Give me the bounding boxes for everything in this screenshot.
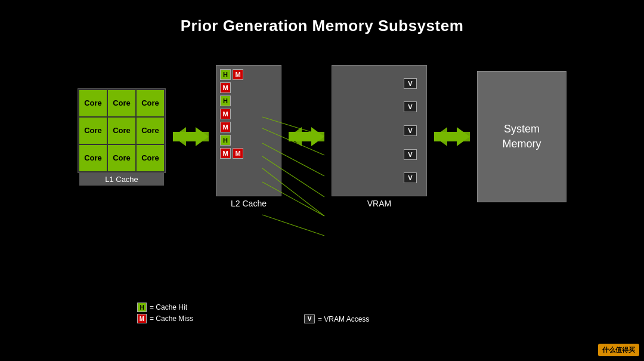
vram-access-badge: V bbox=[404, 101, 417, 112]
l2-outer: H M M H M M H M bbox=[216, 65, 281, 208]
svg-marker-1 bbox=[173, 127, 209, 146]
vram-access-badge: V bbox=[404, 149, 417, 160]
legend-row-h: H = Cache Hit bbox=[137, 303, 193, 312]
legend-m-label: = Cache Miss bbox=[150, 314, 193, 323]
cache-miss-badge: M bbox=[220, 148, 231, 159]
arrow-l1-l2 bbox=[173, 126, 209, 147]
cache-miss-badge: M bbox=[220, 122, 231, 132]
cache-hit-badge: H bbox=[220, 95, 231, 106]
l2-legend: H = Cache Hit M = Cache Miss bbox=[137, 303, 193, 325]
vram-block: V V V V V bbox=[332, 65, 427, 196]
arrow-l2-vram bbox=[289, 126, 324, 147]
core-grid: Core Core Core Core Core Core Core Core … bbox=[78, 88, 166, 173]
l2-row: H bbox=[220, 95, 231, 106]
page-title: Prior Generation Memory Subsystem bbox=[0, 0, 644, 35]
l1-label: L1 Cache bbox=[79, 173, 164, 186]
l2-row: M bbox=[220, 82, 231, 93]
core-cell: Core bbox=[79, 90, 107, 116]
vram-outer: V V V V V VRAM bbox=[332, 65, 427, 208]
l2-row: H bbox=[220, 135, 231, 146]
l2-row: M bbox=[220, 122, 231, 132]
vram-legend: V = VRAM Access bbox=[304, 314, 369, 325]
vram-label: VRAM bbox=[367, 199, 391, 208]
core-cell: Core bbox=[137, 145, 164, 171]
core-cell: Core bbox=[108, 90, 135, 116]
svg-marker-3 bbox=[289, 127, 324, 146]
vram-access-badge: V bbox=[404, 78, 417, 89]
arrow-vram-sysmem bbox=[434, 126, 470, 147]
legend-h-label: = Cache Hit bbox=[150, 303, 187, 311]
legend-v-badge: V bbox=[304, 314, 315, 323]
core-cell: Core bbox=[137, 90, 164, 116]
cache-miss-badge: M bbox=[233, 69, 243, 80]
legend-m-badge: M bbox=[137, 314, 147, 323]
cache-miss-badge: M bbox=[220, 82, 231, 93]
l1-block: Core Core Core Core Core Core Core Core … bbox=[78, 88, 166, 186]
system-memory-block: System Memory bbox=[477, 71, 566, 202]
svg-line-12 bbox=[262, 215, 324, 236]
diagram-container: Core Core Core Core Core Core Core Core … bbox=[0, 65, 644, 208]
core-cell: Core bbox=[79, 118, 107, 144]
l2-label: L2 Cache bbox=[231, 199, 267, 208]
core-cell: Core bbox=[108, 145, 135, 171]
core-cell: Core bbox=[137, 118, 164, 144]
legend-row-v: V = VRAM Access bbox=[304, 314, 369, 323]
core-cell: Core bbox=[79, 145, 107, 171]
vram-access-badge: V bbox=[404, 125, 417, 136]
watermark: 什么值得买 bbox=[598, 344, 639, 356]
core-cell: Core bbox=[108, 118, 135, 144]
l2-block: H M M H M M H M bbox=[216, 65, 281, 196]
l2-row: M M bbox=[220, 148, 243, 159]
cache-hit-badge: H bbox=[220, 69, 231, 80]
l2-row: M bbox=[220, 109, 231, 119]
cache-miss-badge: M bbox=[220, 109, 231, 119]
system-memory-outer: System Memory bbox=[477, 71, 566, 202]
legend-h-badge: H bbox=[137, 303, 147, 312]
svg-marker-5 bbox=[434, 127, 470, 146]
legend-row-m: M = Cache Miss bbox=[137, 314, 193, 323]
vram-access-badge: V bbox=[404, 172, 417, 183]
l2-row: H M bbox=[220, 69, 243, 80]
cache-miss-badge: M bbox=[233, 148, 243, 159]
legend-v-label: = VRAM Access bbox=[318, 315, 369, 323]
system-memory-label: System Memory bbox=[502, 122, 541, 152]
cache-hit-badge: H bbox=[220, 135, 231, 146]
